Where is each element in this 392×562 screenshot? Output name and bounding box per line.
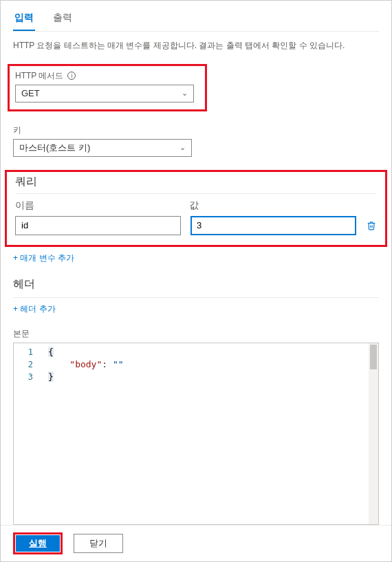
http-method-label: HTTP 메서드 i (15, 70, 199, 82)
line-gutter: 1 2 3 (14, 343, 45, 524)
run-button[interactable]: 실행 (16, 535, 60, 552)
key-value: 마스터(호스트 키) (19, 142, 90, 154)
query-name-input[interactable] (15, 216, 181, 235)
footer: 실행 닫기 (1, 525, 391, 561)
query-section-title: 쿼리 (15, 175, 377, 189)
headers-section-title: 헤더 (13, 277, 379, 292)
code-content[interactable]: { "body": "" } (45, 343, 369, 524)
delete-row-button[interactable] (366, 221, 377, 230)
query-value-header: 값 (189, 199, 353, 216)
http-method-select[interactable]: GET ⌄ (15, 85, 194, 102)
key-select[interactable]: 마스터(호스트 키) ⌄ (13, 139, 192, 157)
tab-bar: 입력 출력 (13, 8, 379, 32)
tab-input[interactable]: 입력 (13, 8, 35, 31)
close-button[interactable]: 닫기 (74, 534, 123, 553)
trash-icon (367, 221, 376, 230)
key-label: 키 (13, 125, 379, 136)
body-editor[interactable]: 1 2 3 { "body": "" } (13, 343, 379, 525)
http-method-value: GET (21, 88, 40, 98)
query-value-input[interactable] (190, 216, 356, 235)
tab-output[interactable]: 출력 (52, 8, 74, 31)
scrollbar-thumb[interactable] (370, 345, 377, 369)
divider (15, 193, 377, 194)
info-icon[interactable]: i (67, 72, 76, 80)
chevron-down-icon: ⌄ (179, 143, 186, 152)
scrollbar[interactable] (369, 343, 378, 524)
query-row (15, 216, 377, 235)
query-name-header: 이름 (15, 199, 179, 216)
body-label: 본문 (13, 328, 379, 340)
description-text: HTTP 요청을 테스트하는 매개 변수를 제공합니다. 결과는 출력 탭에서 … (13, 40, 379, 52)
add-header-link[interactable]: + 헤더 추가 (13, 303, 379, 315)
divider (13, 297, 379, 298)
add-query-param-link[interactable]: + 매개 변수 추가 (13, 252, 379, 264)
chevron-down-icon: ⌄ (182, 89, 188, 98)
